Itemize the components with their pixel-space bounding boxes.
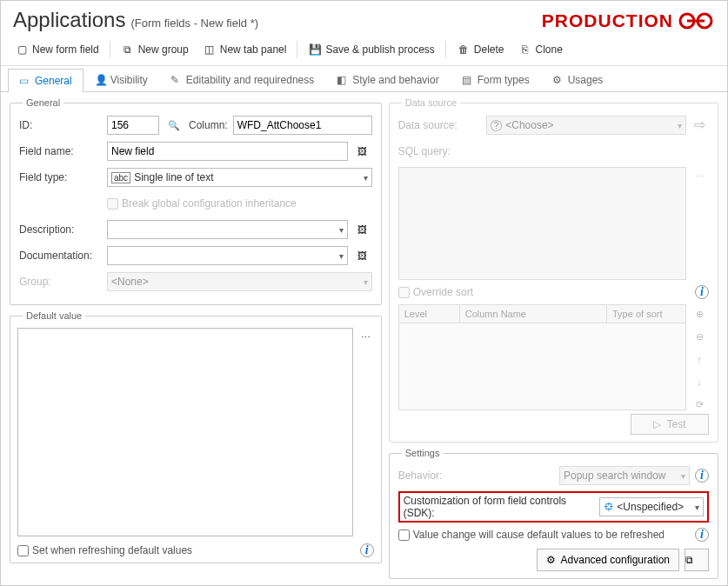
new-form-field-button[interactable]: ▢New form field	[10, 39, 104, 60]
group-select: <None>▾	[107, 272, 372, 291]
documentation-label: Documentation:	[19, 250, 102, 262]
sql-expand-icon: ⋯	[690, 167, 709, 186]
delete-button[interactable]: 🗑Delete	[451, 39, 510, 60]
config-icon: ⚙	[546, 554, 556, 566]
description-select[interactable]: ▾	[107, 220, 348, 239]
data-source-label: Data source:	[398, 119, 481, 131]
sort-table-body	[398, 323, 686, 410]
translate-icon[interactable]: 🖾	[353, 142, 372, 161]
field-name-label: Field name:	[19, 145, 102, 157]
clone-icon: ⎘	[518, 43, 532, 57]
break-inherit-label: Break global configuration inheritance	[122, 197, 297, 210]
behavior-select: Popup search window▾	[559, 466, 690, 485]
tab-panel-icon: ◫	[203, 43, 217, 57]
style-icon: ◧	[337, 74, 349, 86]
general-legend: General	[23, 97, 63, 108]
form-field-icon: ▢	[15, 43, 29, 57]
new-tab-panel-button[interactable]: ◫New tab panel	[197, 39, 292, 60]
override-sort-checkbox	[398, 287, 410, 298]
tab-usages[interactable]: ⚙Usages	[541, 68, 615, 91]
settings-fieldset: Settings Behavior: Popup search window▾ …	[389, 448, 718, 579]
id-search-icon[interactable]: 🔍	[164, 116, 184, 135]
data-source-fieldset: Data source Data source: ?<Choose>▾ ⇨ SQ…	[389, 97, 718, 443]
behavior-info-icon[interactable]: i	[695, 469, 709, 483]
tab-form-types[interactable]: ▤Form types	[451, 68, 541, 91]
advanced-config-button[interactable]: ⚙Advanced configuration	[537, 549, 679, 571]
breadcrumb: (Form fields - New field *)	[130, 17, 258, 30]
general-fieldset: General ID: 🔍 Column: Field name: 🖾 Fiel…	[10, 97, 382, 305]
value-change-checkbox[interactable]	[398, 529, 410, 541]
trash-icon: 🗑	[457, 43, 471, 57]
field-name-input[interactable]	[107, 142, 348, 161]
sdk-row-highlight: Customization of form field controls (SD…	[398, 491, 709, 523]
add-row-icon: ⊕	[690, 304, 709, 323]
sql-label: SQL query:	[398, 145, 481, 157]
form-types-icon: ▤	[462, 74, 474, 86]
production-badge: PRODUCTION	[542, 10, 715, 31]
field-type-select[interactable]: abcSingle line of text▾	[107, 168, 372, 187]
value-change-info-icon[interactable]: i	[695, 528, 709, 542]
chain-icon	[677, 10, 715, 31]
group-icon: ⧉	[121, 43, 135, 57]
data-source-select: ?<Choose>▾	[486, 116, 686, 135]
save-publish-button[interactable]: 💾Save & publish process	[303, 39, 439, 60]
goto-icon: ⇨	[690, 115, 709, 134]
field-type-label: Field type:	[19, 171, 102, 183]
description-translate-icon[interactable]: 🖾	[353, 220, 372, 239]
tab-visibility[interactable]: 👤Visibility	[83, 68, 159, 91]
group-label: Group:	[19, 276, 102, 288]
set-refresh-label: Set when refreshing default values	[32, 544, 192, 556]
new-group-button[interactable]: ⧉New group	[116, 39, 194, 60]
advanced-extra-button[interactable]: ⧉	[685, 549, 709, 571]
documentation-translate-icon[interactable]: 🖾	[353, 246, 372, 265]
break-inherit-checkbox	[107, 198, 118, 210]
play-icon: ▷	[653, 418, 661, 430]
override-info-icon: i	[695, 285, 709, 299]
id-label: ID:	[19, 119, 102, 131]
default-value-fieldset: Default value ⋯ Set when refreshing defa…	[10, 310, 382, 563]
remove-row-icon: ⊖	[690, 327, 709, 346]
behavior-label: Behavior:	[398, 469, 554, 482]
default-value-expand-icon[interactable]: ⋯	[357, 328, 376, 347]
usages-icon: ⚙	[552, 74, 564, 86]
set-refresh-checkbox[interactable]	[17, 545, 29, 556]
default-info-icon[interactable]: i	[360, 543, 374, 557]
column-input[interactable]	[233, 116, 372, 135]
visibility-icon: 👤	[95, 74, 107, 86]
description-label: Description:	[19, 223, 102, 236]
default-value-legend: Default value	[23, 310, 85, 321]
sdk-select[interactable]: ⯐ <Unspecified>▾	[599, 497, 704, 516]
data-source-legend: Data source	[402, 97, 460, 108]
move-down-icon: ↓	[690, 372, 709, 391]
move-up-icon: ↑	[690, 350, 709, 369]
page-title: Applications	[13, 8, 125, 32]
editability-icon: ✎	[170, 74, 183, 86]
tab-general[interactable]: ▭General	[8, 69, 83, 92]
tab-editability[interactable]: ✎Editability and requiredness	[159, 68, 325, 91]
sql-textarea	[398, 167, 686, 280]
documentation-select[interactable]: ▾	[107, 246, 348, 265]
default-value-textarea[interactable]	[17, 328, 353, 536]
id-input[interactable]	[107, 116, 159, 135]
sort-table-header: Level Column Name Type of sort	[398, 304, 686, 323]
tab-style[interactable]: ◧Style and behavior	[325, 68, 450, 91]
value-change-label: Value change will cause default values t…	[413, 529, 665, 541]
save-icon: 💾	[308, 43, 322, 57]
general-icon: ▭	[19, 75, 31, 87]
puzzle-icon: ⯐	[604, 501, 614, 513]
settings-legend: Settings	[402, 448, 444, 458]
test-button: ▷Test	[631, 414, 709, 435]
override-sort-label: Override sort	[413, 286, 473, 298]
refresh-icon: ⟳	[690, 395, 709, 414]
clone-button[interactable]: ⎘Clone	[513, 39, 568, 60]
column-label: Column:	[189, 119, 228, 131]
sdk-label: Customization of form field controls (SD…	[404, 495, 594, 519]
